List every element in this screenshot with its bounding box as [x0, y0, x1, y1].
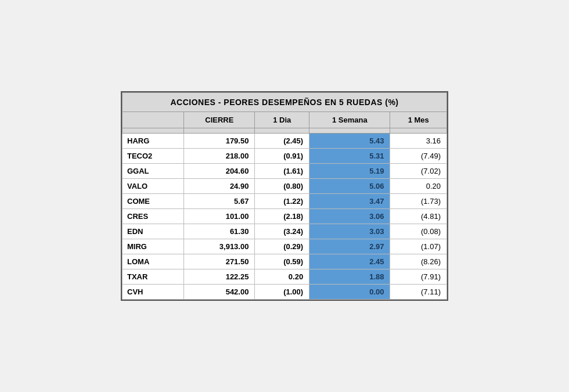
- cell-mes: (7.11): [390, 285, 447, 300]
- title-row: ACCIONES - PEORES DESEMPEÑOS EN 5 RUEDAS…: [123, 93, 447, 112]
- table-row: TXAR122.250.201.88(7.91): [123, 269, 447, 285]
- cell-mes: (4.81): [390, 209, 447, 224]
- cell-cierre: 61.30: [184, 224, 255, 239]
- cell-ticker: CRES: [123, 209, 184, 224]
- cell-cierre: 204.60: [184, 164, 255, 179]
- cell-semana: 3.03: [309, 224, 390, 239]
- cell-semana: 5.43: [309, 134, 390, 149]
- cell-ticker: TXAR: [123, 269, 184, 285]
- cell-dia: (3.24): [255, 224, 309, 239]
- cell-semana: 1.88: [309, 269, 390, 285]
- cell-semana: 5.06: [309, 179, 390, 194]
- cell-ticker: HARG: [123, 134, 184, 149]
- cell-mes: 3.16: [390, 134, 447, 149]
- cell-semana: 5.31: [309, 149, 390, 164]
- table-row: MIRG3,913.00(0.29)2.97(1.07): [123, 239, 447, 254]
- col-header-mes: 1 Mes: [390, 112, 447, 128]
- cell-ticker: LOMA: [123, 254, 184, 269]
- cell-semana: 3.06: [309, 209, 390, 224]
- cell-mes: 0.20: [390, 179, 447, 194]
- cell-dia: (2.18): [255, 209, 309, 224]
- cell-ticker: CVH: [123, 285, 184, 300]
- cell-dia: (1.22): [255, 194, 309, 209]
- cell-ticker: COME: [123, 194, 184, 209]
- cell-ticker: MIRG: [123, 239, 184, 254]
- cell-cierre: 218.00: [184, 149, 255, 164]
- table-row: GGAL204.60(1.61)5.19(7.02): [123, 164, 447, 179]
- main-table-wrapper: ACCIONES - PEORES DESEMPEÑOS EN 5 RUEDAS…: [121, 91, 448, 301]
- cell-cierre: 101.00: [184, 209, 255, 224]
- cell-ticker: EDN: [123, 224, 184, 239]
- cell-dia: 0.20: [255, 269, 309, 285]
- table-row: EDN61.30(3.24)3.03(0.08): [123, 224, 447, 239]
- cell-dia: (0.59): [255, 254, 309, 269]
- cell-cierre: 271.50: [184, 254, 255, 269]
- header-row: CIERRE 1 Dia 1 Semana 1 Mes: [123, 112, 447, 128]
- table-row: CVH542.00(1.00)0.00(7.11): [123, 285, 447, 300]
- cell-mes: (8.26): [390, 254, 447, 269]
- cell-cierre: 542.00: [184, 285, 255, 300]
- cell-cierre: 122.25: [184, 269, 255, 285]
- cell-semana: 0.00: [309, 285, 390, 300]
- table-row: COME5.67(1.22)3.47(1.73): [123, 194, 447, 209]
- cell-mes: (1.73): [390, 194, 447, 209]
- col-header-semana: 1 Semana: [309, 112, 390, 128]
- col-header-dia: 1 Dia: [255, 112, 309, 128]
- table-title: ACCIONES - PEORES DESEMPEÑOS EN 5 RUEDAS…: [123, 93, 447, 112]
- cell-dia: (1.61): [255, 164, 309, 179]
- spacer-row: [123, 128, 447, 134]
- cell-cierre: 24.90: [184, 179, 255, 194]
- cell-semana: 5.19: [309, 164, 390, 179]
- col-header-cierre: CIERRE: [184, 112, 255, 128]
- cell-dia: (2.45): [255, 134, 309, 149]
- cell-dia: (0.29): [255, 239, 309, 254]
- cell-ticker: GGAL: [123, 164, 184, 179]
- acciones-table: ACCIONES - PEORES DESEMPEÑOS EN 5 RUEDAS…: [122, 92, 447, 300]
- cell-mes: (7.02): [390, 164, 447, 179]
- cell-mes: (7.49): [390, 149, 447, 164]
- table-row: HARG179.50(2.45)5.433.16: [123, 134, 447, 149]
- cell-dia: (0.91): [255, 149, 309, 164]
- cell-dia: (0.80): [255, 179, 309, 194]
- table-row: LOMA271.50(0.59)2.45(8.26): [123, 254, 447, 269]
- cell-ticker: VALO: [123, 179, 184, 194]
- cell-cierre: 5.67: [184, 194, 255, 209]
- table-row: CRES101.00(2.18)3.06(4.81): [123, 209, 447, 224]
- cell-cierre: 179.50: [184, 134, 255, 149]
- cell-mes: (1.07): [390, 239, 447, 254]
- cell-mes: (7.91): [390, 269, 447, 285]
- cell-dia: (1.00): [255, 285, 309, 300]
- cell-cierre: 3,913.00: [184, 239, 255, 254]
- cell-semana: 2.45: [309, 254, 390, 269]
- cell-semana: 2.97: [309, 239, 390, 254]
- table-row: VALO24.90(0.80)5.060.20: [123, 179, 447, 194]
- cell-mes: (0.08): [390, 224, 447, 239]
- table-row: TECO2218.00(0.91)5.31(7.49): [123, 149, 447, 164]
- cell-ticker: TECO2: [123, 149, 184, 164]
- cell-semana: 3.47: [309, 194, 390, 209]
- col-header-ticker: [123, 112, 184, 128]
